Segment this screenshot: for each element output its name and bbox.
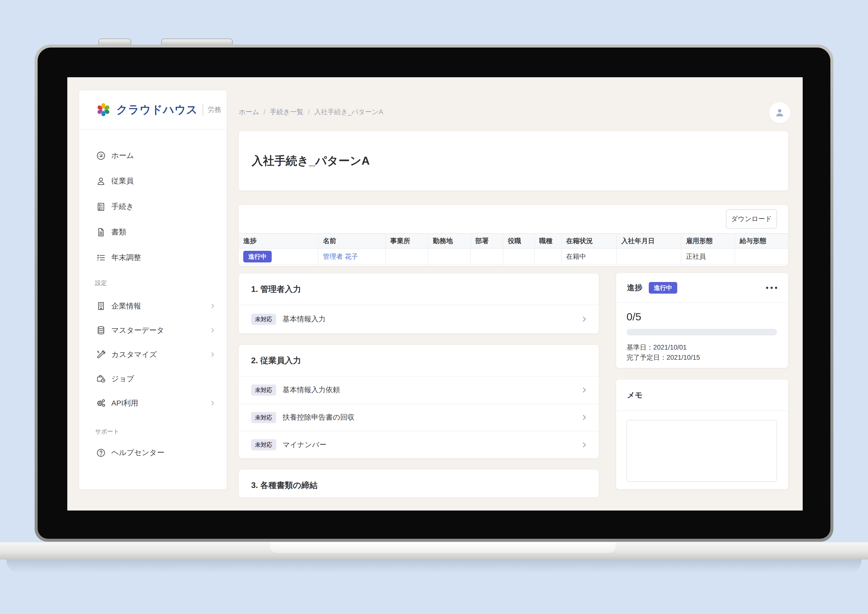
sidebar-item-procedures[interactable]: 手続き [79, 194, 227, 219]
cell-employment: 正社員 [681, 249, 735, 264]
gauge-icon [96, 150, 106, 161]
column-header-position: 役職 [503, 234, 534, 248]
column-header-office: 事業所 [385, 234, 428, 248]
breadcrumb-current: 入社手続き_パターンA [314, 107, 383, 117]
progress-count: 0/5 [626, 311, 777, 323]
sidebar-item-label: ジョブ [112, 374, 134, 384]
section-heading: 3. 各種書類の締結 [239, 469, 599, 497]
breadcrumb-separator: / [264, 108, 265, 116]
sidebar-item-company-info[interactable]: 企業情報 [79, 294, 227, 318]
employee-name-link[interactable]: 管理者 花子 [323, 252, 358, 261]
clipboard-list-icon [96, 201, 106, 212]
breadcrumb-procedures-link[interactable]: 手続き一覧 [270, 107, 304, 117]
task-basic-info-input[interactable]: 未対応 基本情報入力 [239, 305, 599, 333]
sidebar-item-label: 従業員 [112, 176, 133, 186]
memo-textarea[interactable] [626, 420, 777, 482]
column-header-enrollment: 在籍状況 [561, 234, 616, 248]
sidebar-group-settings-label: 設定 [95, 279, 107, 287]
sidebar-main-nav: ホーム 従業員 手続き [79, 143, 227, 270]
table-header-row: 進捗 名前 事業所 勤務地 部署 役職 職種 在籍状況 入社年月日 雇用形態 給… [239, 233, 788, 249]
sidebar-group-support-label: サポート [95, 427, 119, 435]
sidebar-item-jobs[interactable]: ジョブ [79, 367, 227, 391]
section-heading: 2. 従業員入力 [239, 345, 599, 376]
sidebar-item-customize[interactable]: カスタマイズ [79, 342, 227, 367]
task-status-badge: 未対応 [251, 314, 276, 325]
cell-department [470, 249, 503, 264]
task-dependent-deduction-collection[interactable]: 未対応 扶養控除申告書の回収 [239, 404, 599, 432]
app-screen: クラウドハウス 労務 ホーム 従業員 [67, 77, 803, 510]
sidebar-item-label: カスタマイズ [112, 350, 157, 360]
briefcase-clock-icon [96, 373, 106, 384]
task-status-badge: 未対応 [251, 384, 276, 396]
chevron-right-icon [209, 351, 216, 358]
sidebar-item-label: ホーム [112, 151, 134, 161]
cell-progress: 進行中 [239, 249, 318, 264]
column-header-name: 名前 [318, 234, 385, 248]
column-header-progress: 進捗 [239, 234, 318, 248]
page-title-card: 入社手続き_パターンA [239, 131, 788, 191]
cell-jobtype [534, 249, 561, 264]
help-icon [96, 448, 106, 458]
flower-logo-icon [96, 102, 112, 118]
download-button[interactable]: ダウンロード [726, 209, 777, 229]
progress-bar [626, 329, 777, 336]
progress-panel-header: 進捗 進行中 [616, 273, 788, 303]
column-header-hiredate: 入社年月日 [616, 234, 681, 248]
task-label: 扶養控除申告書の回収 [282, 412, 355, 422]
progress-panel-title: 進捗 [627, 283, 642, 293]
cell-office [385, 249, 428, 264]
sidebar-item-label: 手続き [112, 202, 134, 212]
brand-logo[interactable]: クラウドハウス 労務 [79, 90, 227, 129]
sidebar-item-master-data[interactable]: マスターデータ [79, 318, 227, 342]
sidebar-item-label: API利用 [112, 398, 138, 408]
checklist-icon [96, 252, 106, 263]
breadcrumb: ホーム / 手続き一覧 / 入社手続き_パターンA [239, 107, 383, 117]
status-badge: 進行中 [243, 251, 272, 263]
sidebar-item-label: マスターデータ [112, 325, 164, 336]
laptop-base-notch [270, 542, 616, 554]
ellipsis-menu-button[interactable] [766, 285, 777, 291]
employee-table-card: ダウンロード 進捗 名前 事業所 勤務地 部署 役職 職種 在籍状況 入社年月日… [239, 205, 788, 266]
sidebar-item-documents[interactable]: 書類 [79, 219, 227, 245]
table-row: 進行中 管理者 花子 在籍中 正社員 [239, 249, 788, 265]
sidebar: クラウドハウス 労務 ホーム 従業員 [79, 90, 227, 490]
section-document-signing: 3. 各種書類の締結 [239, 469, 599, 497]
sidebar-support-nav: ヘルプセンター [79, 440, 227, 465]
sidebar-settings-nav: 企業情報 マスターデータ [79, 294, 227, 415]
sidebar-item-help-center[interactable]: ヘルプセンター [79, 440, 227, 465]
progress-status-badge: 進行中 [649, 282, 677, 294]
sidebar-item-year-end-adjustment[interactable]: 年末調整 [79, 245, 227, 270]
breadcrumb-home-link[interactable]: ホーム [239, 107, 259, 117]
chevron-right-icon [209, 303, 216, 309]
base-date: 基準日：2021/10/01 [626, 342, 777, 353]
page-title: 入社手続き_パターンA [252, 153, 370, 169]
cell-enrollment: 在籍中 [561, 249, 616, 264]
task-basic-info-request[interactable]: 未対応 基本情報入力依頼 [239, 376, 599, 404]
task-my-number[interactable]: 未対応 マイナンバー [239, 431, 599, 458]
task-status-badge: 未対応 [251, 412, 276, 423]
cell-name: 管理者 花子 [318, 249, 385, 264]
task-label: マイナンバー [282, 440, 326, 450]
breadcrumb-separator: / [308, 108, 310, 116]
employee-table: 進捗 名前 事業所 勤務地 部署 役職 職種 在籍状況 入社年月日 雇用形態 給… [239, 233, 788, 265]
sidebar-item-label: 書類 [112, 227, 126, 237]
chevron-right-icon [580, 386, 588, 394]
due-date: 完了予定日：2021/10/15 [626, 353, 777, 363]
brand-divider [203, 104, 203, 115]
cell-salary [735, 249, 788, 264]
chevron-right-icon [580, 316, 588, 323]
column-header-location: 勤務地 [428, 234, 470, 248]
task-status-badge: 未対応 [251, 439, 276, 450]
cell-location [428, 249, 470, 264]
building-icon [96, 300, 106, 311]
user-avatar[interactable] [769, 102, 790, 123]
sidebar-item-home[interactable]: ホーム [79, 143, 227, 168]
sidebar-item-api[interactable]: API利用 [79, 391, 227, 415]
brand-product-label: 労務 [208, 105, 221, 114]
sidebar-item-employees[interactable]: 従業員 [79, 168, 227, 194]
memo-panel-title: メモ [627, 390, 643, 400]
progress-panel: 進捗 進行中 0/5 基準日：2021/10/01 完了予定日：2021/10/… [616, 273, 788, 368]
chevron-right-icon [580, 441, 588, 449]
person-icon [96, 176, 106, 187]
sidebar-item-label: 年末調整 [112, 253, 141, 263]
